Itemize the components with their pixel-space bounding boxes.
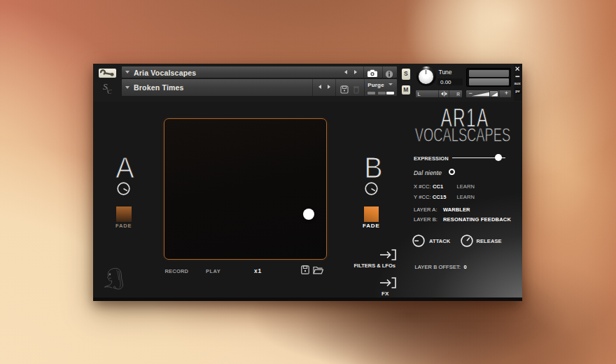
svg-text:aux: aux [514, 81, 520, 85]
svg-text:C: C [108, 88, 113, 95]
svg-text:pv: pv [515, 89, 519, 93]
